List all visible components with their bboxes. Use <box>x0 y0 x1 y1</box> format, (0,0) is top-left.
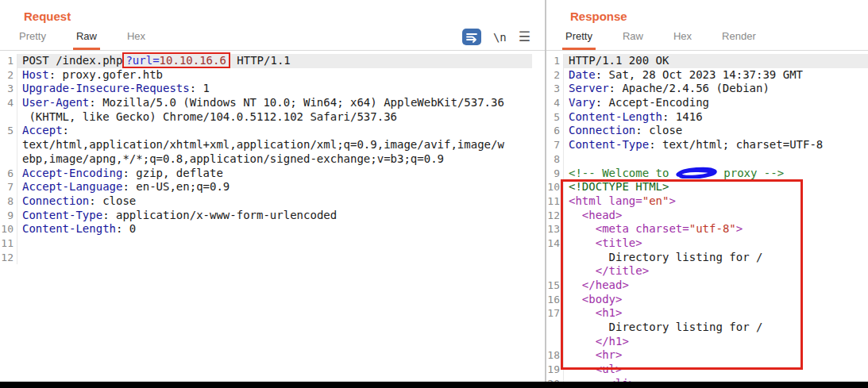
code-segment: : en-US,en;q=0.9 <box>122 180 230 193</box>
code-line: </title> <box>546 264 868 279</box>
line-number <box>0 110 17 125</box>
line-number: 8 <box>546 152 564 167</box>
code-line: 16 <body> <box>546 293 868 307</box>
line-number: 7 <box>0 180 17 194</box>
code-line: 2Date: Sat, 28 Oct 2023 14:37:39 GMT <box>546 68 868 83</box>
code-segment: User-Agent <box>22 96 89 109</box>
code-segment: Connection <box>22 194 89 207</box>
line-number: 14 <box>546 236 564 251</box>
line-number: 19 <box>546 363 564 377</box>
code-segment <box>569 236 596 249</box>
code-line: 1POST /index.php?url=10.10.16.6 HTTP/1.1 <box>0 54 545 68</box>
line-number: 1 <box>0 54 17 68</box>
code-segment: > <box>736 222 743 235</box>
line-number: 11 <box>546 194 564 209</box>
code-segment: : close <box>635 124 682 136</box>
code-segment <box>569 264 596 277</box>
code-segment: Accept <box>22 124 63 136</box>
bottom-bar <box>0 382 868 388</box>
code-segment: Content-Length <box>569 110 662 123</box>
code-segment: charset= <box>635 222 689 235</box>
request-tab-pretty[interactable]: Pretty <box>16 25 49 50</box>
code-segment <box>569 348 596 361</box>
line-number: 8 <box>0 194 17 209</box>
request-editor[interactable]: 1POST /index.php?url=10.10.16.6 HTTP/1.1… <box>0 51 545 264</box>
code-segment: Accept-Encoding <box>22 167 122 179</box>
response-tab-raw[interactable]: Raw <box>619 25 646 50</box>
response-tab-render[interactable]: Render <box>719 25 759 50</box>
code-line: 5Content-Length: 1416 <box>546 110 868 125</box>
code-segment: ?url= <box>122 52 159 68</box>
line-number: 6 <box>546 124 564 138</box>
code-line: 14 <title> <box>546 236 868 251</box>
code-segment: Vary <box>569 96 596 109</box>
line-number: 17 <box>546 306 564 321</box>
code-segment: : text/html; charset=UTF-8 <box>649 138 823 151</box>
code-segment: Upgrade-Insecure-Requests <box>22 82 190 94</box>
line-number: 6 <box>0 167 17 181</box>
line-number: 7 <box>546 138 564 152</box>
code-segment <box>569 279 582 291</box>
response-tabs: PrettyRawHexRender <box>562 25 783 50</box>
code-line: 15 </head> <box>546 279 868 293</box>
code-segment <box>569 222 596 235</box>
code-segment: (KHTML, like Gecko) Chrome/104.0.5112.10… <box>22 110 397 123</box>
code-segment: <hr> <box>596 348 623 361</box>
code-segment: : Accept-Encoding <box>596 96 709 109</box>
code-segment: Content-Type <box>22 209 102 221</box>
code-segment: : Sat, 28 Oct 2023 14:37:39 GMT <box>596 68 803 81</box>
code-segment: : application/x-www-form-urlencoded <box>102 209 337 221</box>
nonprintable-chars-icon[interactable]: \n <box>493 31 507 44</box>
code-line: 17 <h1> <box>546 306 868 321</box>
code-segment: : proxy.gofer.htb <box>49 68 163 81</box>
line-number: 1 <box>546 54 564 68</box>
code-line: Directory listing for / <box>546 251 868 265</box>
code-segment: Date <box>569 68 596 81</box>
code-segment: "utf-8" <box>689 222 736 235</box>
code-segment: : Mozilla/5.0 (Windows NT 10.0; Win64; x… <box>89 96 504 109</box>
response-editor[interactable]: 1HTTP/1.1 200 OK2Date: Sat, 28 Oct 2023 … <box>546 51 868 382</box>
code-segment: "en" <box>642 194 669 207</box>
line-number <box>546 251 564 265</box>
code-line: 19 <ul> <box>546 363 868 377</box>
code-segment <box>569 335 596 348</box>
code-segment: Content-Length <box>22 222 116 235</box>
pretty-print-toggle-icon[interactable] <box>462 29 481 45</box>
code-segment: Directory listing for / <box>569 321 762 333</box>
code-line: 11<html lang="en"> <box>546 194 868 209</box>
response-tab-pretty[interactable]: Pretty <box>562 25 596 50</box>
code-segment: <meta <box>596 222 636 235</box>
code-segment: <ul> <box>596 363 623 375</box>
redaction-scribble-icon <box>675 167 718 179</box>
code-segment: <body> <box>582 293 623 305</box>
code-segment: > <box>669 194 675 207</box>
code-segment: Host <box>22 68 49 81</box>
code-segment: Connection <box>569 124 635 136</box>
response-panel-header: Response PrettyRawHexRender <box>546 0 868 51</box>
line-number: 11 <box>0 236 17 251</box>
line-number <box>546 335 564 349</box>
editor-menu-icon[interactable]: ☰ <box>519 30 530 44</box>
line-number: 13 <box>546 222 564 236</box>
code-segment <box>569 306 596 319</box>
code-segment: <!DOCTYPE HTML> <box>569 180 669 193</box>
code-segment: : gzip, deflate <box>122 167 222 179</box>
code-segment <box>569 363 596 375</box>
line-number: 9 <box>546 167 564 181</box>
code-line: 5Accept: <box>0 124 545 138</box>
response-tab-hex[interactable]: Hex <box>670 25 695 50</box>
line-number: 2 <box>546 68 564 83</box>
code-segment: HTTP/1.1 <box>230 54 291 67</box>
code-line: 10Content-Length: 0 <box>0 222 545 236</box>
code-segment: : <box>63 124 69 136</box>
code-line: text/html,application/xhtml+xml,applicat… <box>0 138 545 152</box>
code-line: 12 <box>0 251 545 265</box>
code-line: 4User-Agent: Mozilla/5.0 (Windows NT 10.… <box>0 96 545 110</box>
request-tab-hex[interactable]: Hex <box>124 25 149 50</box>
code-line: 10<!DOCTYPE HTML> <box>546 180 868 194</box>
code-segment: ebp,image/apng,*/*;q=0.8,application/sig… <box>22 152 444 165</box>
line-number <box>0 152 17 167</box>
request-tab-raw[interactable]: Raw <box>73 25 100 50</box>
code-segment <box>569 293 582 305</box>
code-line: 9<!-- Welcome to proxy --> <box>546 167 868 181</box>
